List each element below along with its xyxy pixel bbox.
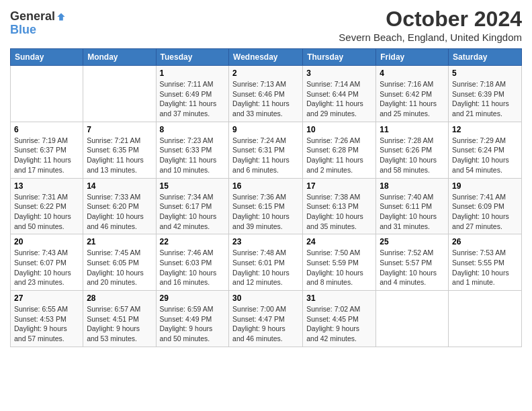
calendar-cell: 21 Sunrise: 7:45 AM Sunset: 6:05 PM Dayl…	[83, 234, 156, 291]
day-sunrise: Sunrise: 7:11 AM	[160, 80, 214, 88]
day-sunset: Sunset: 5:55 PM	[452, 259, 504, 267]
week-row-1: 1 Sunrise: 7:11 AM Sunset: 6:49 PM Dayli…	[11, 66, 522, 122]
day-daylight: Daylight: 10 hours and 42 minutes.	[160, 212, 217, 230]
calendar-cell: 15 Sunrise: 7:34 AM Sunset: 6:17 PM Dayl…	[156, 178, 229, 234]
day-sunset: Sunset: 4:53 PM	[14, 315, 66, 323]
day-sunset: Sunset: 6:07 PM	[14, 259, 66, 267]
calendar-cell: 2 Sunrise: 7:13 AM Sunset: 6:46 PM Dayli…	[229, 66, 303, 122]
day-sunrise: Sunrise: 7:45 AM	[87, 248, 140, 257]
day-sunset: Sunset: 4:51 PM	[87, 315, 139, 323]
day-sunset: Sunset: 4:45 PM	[306, 315, 359, 323]
day-daylight: Daylight: 10 hours and 50 minutes.	[14, 212, 71, 230]
day-sunrise: Sunrise: 7:18 AM	[452, 80, 506, 88]
header-wednesday: Wednesday	[229, 49, 303, 66]
day-sunset: Sunset: 6:44 PM	[306, 90, 359, 98]
day-sunset: Sunset: 6:03 PM	[160, 259, 212, 267]
day-number: 1	[160, 68, 226, 78]
calendar-cell	[376, 291, 449, 347]
calendar-cell: 30 Sunrise: 7:00 AM Sunset: 4:47 PM Dayl…	[229, 291, 303, 347]
day-daylight: Daylight: 10 hours and 54 minutes.	[452, 156, 509, 174]
day-sunset: Sunset: 6:01 PM	[232, 259, 285, 267]
day-daylight: Daylight: 11 hours and 29 minutes.	[306, 99, 363, 118]
day-number: 17	[306, 181, 372, 191]
day-sunset: Sunset: 6:22 PM	[14, 202, 66, 210]
calendar-cell: 17 Sunrise: 7:38 AM Sunset: 6:13 PM Dayl…	[303, 178, 376, 234]
day-daylight: Daylight: 11 hours and 37 minutes.	[160, 99, 217, 118]
calendar-cell: 14 Sunrise: 7:33 AM Sunset: 6:20 PM Dayl…	[83, 178, 156, 234]
header-tuesday: Tuesday	[156, 49, 229, 66]
day-sunrise: Sunrise: 7:26 AM	[306, 136, 360, 144]
day-daylight: Daylight: 10 hours and 46 minutes.	[87, 212, 144, 230]
day-sunrise: Sunrise: 7:21 AM	[87, 136, 140, 144]
day-number: 3	[306, 68, 372, 78]
day-sunrise: Sunrise: 7:29 AM	[452, 136, 506, 144]
day-sunrise: Sunrise: 7:33 AM	[87, 193, 140, 201]
calendar-cell: 9 Sunrise: 7:24 AM Sunset: 6:31 PM Dayli…	[229, 122, 303, 178]
day-number: 20	[14, 237, 79, 246]
calendar-cell: 4 Sunrise: 7:16 AM Sunset: 6:42 PM Dayli…	[376, 66, 449, 122]
calendar-cell: 20 Sunrise: 7:43 AM Sunset: 6:07 PM Dayl…	[11, 234, 83, 291]
calendar-cell	[11, 66, 83, 122]
calendar-cell: 31 Sunrise: 7:02 AM Sunset: 4:45 PM Dayl…	[303, 291, 376, 347]
calendar-table: Sunday Monday Tuesday Wednesday Thursday…	[10, 48, 522, 347]
day-sunset: Sunset: 6:31 PM	[232, 146, 285, 154]
day-daylight: Daylight: 10 hours and 20 minutes.	[87, 269, 144, 287]
day-sunrise: Sunrise: 7:19 AM	[14, 136, 68, 144]
day-sunset: Sunset: 6:39 PM	[452, 90, 504, 98]
calendar-cell: 10 Sunrise: 7:26 AM Sunset: 6:28 PM Dayl…	[303, 122, 376, 178]
day-number: 16	[232, 181, 299, 191]
day-number: 13	[14, 181, 79, 191]
calendar-cell: 28 Sunrise: 6:57 AM Sunset: 4:51 PM Dayl…	[83, 291, 156, 347]
day-number: 28	[87, 293, 152, 303]
day-daylight: Daylight: 11 hours and 10 minutes.	[160, 156, 217, 174]
day-sunset: Sunset: 5:57 PM	[380, 259, 432, 267]
page-header: General Blue October 2024 Severn Beach, …	[10, 7, 522, 43]
day-number: 26	[452, 237, 518, 246]
month-title: October 2024	[339, 7, 522, 32]
day-sunrise: Sunrise: 7:50 AM	[306, 248, 360, 257]
day-daylight: Daylight: 10 hours and 12 minutes.	[232, 269, 290, 287]
calendar-cell: 7 Sunrise: 7:21 AM Sunset: 6:35 PM Dayli…	[83, 122, 156, 178]
week-row-2: 6 Sunrise: 7:19 AM Sunset: 6:37 PM Dayli…	[11, 122, 522, 178]
day-sunset: Sunset: 5:59 PM	[306, 259, 359, 267]
weekday-header-row: Sunday Monday Tuesday Wednesday Thursday…	[11, 49, 522, 66]
day-number: 25	[380, 237, 445, 246]
logo: General Blue	[10, 10, 66, 37]
day-sunrise: Sunrise: 7:13 AM	[232, 80, 286, 88]
day-number: 9	[232, 125, 299, 134]
day-sunrise: Sunrise: 7:48 AM	[232, 248, 286, 257]
day-sunrise: Sunrise: 7:31 AM	[14, 193, 68, 201]
day-number: 11	[380, 125, 445, 134]
day-sunrise: Sunrise: 6:55 AM	[14, 305, 68, 313]
day-sunrise: Sunrise: 7:43 AM	[14, 248, 68, 257]
day-number: 2	[232, 68, 299, 78]
day-number: 22	[160, 237, 226, 246]
day-number: 6	[14, 125, 79, 134]
calendar-cell: 18 Sunrise: 7:40 AM Sunset: 6:11 PM Dayl…	[376, 178, 449, 234]
day-number: 8	[160, 125, 226, 134]
day-daylight: Daylight: 9 hours and 46 minutes.	[232, 324, 285, 342]
day-number: 27	[14, 293, 79, 303]
day-number: 19	[452, 181, 518, 191]
day-sunset: Sunset: 6:13 PM	[306, 202, 359, 210]
day-number: 4	[380, 68, 445, 78]
header-thursday: Thursday	[303, 49, 376, 66]
day-sunrise: Sunrise: 6:57 AM	[87, 305, 140, 313]
day-daylight: Daylight: 9 hours and 53 minutes.	[87, 324, 140, 342]
day-daylight: Daylight: 11 hours and 25 minutes.	[380, 99, 437, 118]
calendar-cell: 16 Sunrise: 7:36 AM Sunset: 6:15 PM Dayl…	[229, 178, 303, 234]
day-sunrise: Sunrise: 7:23 AM	[160, 136, 214, 144]
week-row-4: 20 Sunrise: 7:43 AM Sunset: 6:07 PM Dayl…	[11, 234, 522, 291]
day-daylight: Daylight: 10 hours and 39 minutes.	[232, 212, 290, 230]
day-number: 12	[452, 125, 518, 134]
week-row-5: 27 Sunrise: 6:55 AM Sunset: 4:53 PM Dayl…	[11, 291, 522, 347]
day-daylight: Daylight: 9 hours and 57 minutes.	[14, 324, 67, 342]
day-number: 30	[232, 293, 299, 303]
day-number: 14	[87, 181, 152, 191]
day-number: 18	[380, 181, 445, 191]
day-daylight: Daylight: 10 hours and 1 minute.	[452, 269, 509, 287]
day-daylight: Daylight: 10 hours and 31 minutes.	[380, 212, 437, 230]
day-sunrise: Sunrise: 7:02 AM	[306, 305, 360, 313]
day-sunrise: Sunrise: 7:38 AM	[306, 193, 360, 201]
day-number: 31	[306, 293, 372, 303]
